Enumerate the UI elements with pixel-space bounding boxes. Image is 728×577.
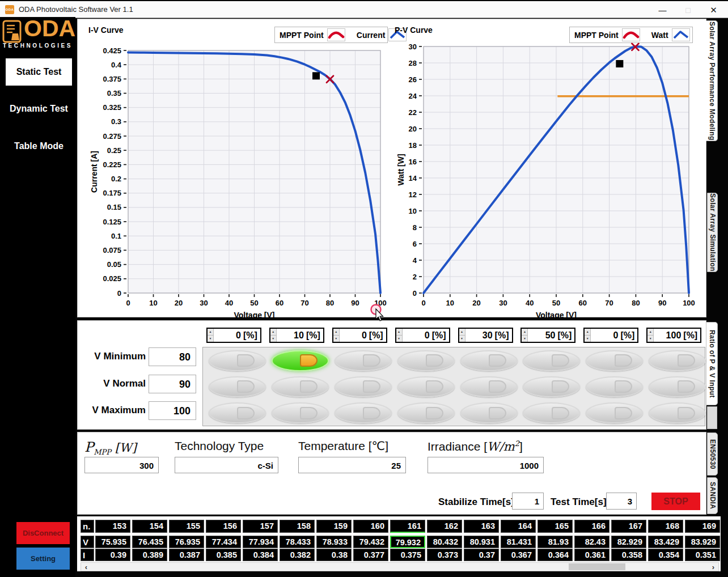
ratio-toggle-r3c3[interactable] bbox=[335, 402, 392, 423]
percent-value[interactable]: 50 bbox=[528, 330, 557, 341]
ratio-toggle-r1c2[interactable] bbox=[272, 350, 329, 371]
ratio-toggle-r3c2[interactable] bbox=[272, 402, 329, 423]
decrement-arrow-icon[interactable]: ▼ bbox=[585, 336, 590, 342]
decrement-arrow-icon[interactable]: ▼ bbox=[459, 336, 465, 342]
table-col-159: 15978.9330.38 bbox=[316, 520, 352, 561]
v-normal-input[interactable]: 90 bbox=[149, 375, 196, 393]
v-minimum-input[interactable]: 80 bbox=[149, 347, 196, 366]
logo-sub-text: TECHNOLOGIES bbox=[1, 43, 74, 49]
percent-spinner-4[interactable]: ▲▼0[%] bbox=[395, 328, 450, 343]
tab-sandia[interactable]: SANDIA bbox=[707, 477, 718, 514]
ratio-toggle-r1c1[interactable] bbox=[209, 350, 266, 371]
cell-i-169: 0.351 bbox=[685, 549, 720, 561]
ratio-toggle-r1c6[interactable] bbox=[523, 350, 580, 371]
ratio-toggle-r2c8[interactable] bbox=[649, 376, 706, 397]
percent-spinner-7[interactable]: ▲▼0[%] bbox=[583, 328, 638, 343]
temperature-input[interactable]: 25 bbox=[298, 457, 406, 473]
sidebar-item-dynamic-test[interactable]: Dynamic Test bbox=[6, 96, 72, 122]
sidebar-item-table-mode[interactable]: Table Mode bbox=[6, 133, 72, 159]
increment-arrow-icon[interactable]: ▲ bbox=[459, 329, 465, 336]
v-maximum-input[interactable]: 100 bbox=[149, 401, 196, 420]
svg-text:30: 30 bbox=[499, 299, 507, 307]
setting-button[interactable]: Setting bbox=[16, 548, 70, 570]
scroll-right-icon[interactable]: › bbox=[708, 563, 718, 571]
decrement-arrow-icon[interactable]: ▼ bbox=[208, 336, 213, 342]
percent-value[interactable]: 10 bbox=[277, 330, 306, 341]
tab-ratio-of-p-v-input[interactable]: Ratio of P & V Input bbox=[706, 322, 718, 405]
close-button[interactable]: ✕ bbox=[701, 2, 726, 18]
increment-arrow-icon[interactable]: ▲ bbox=[396, 329, 402, 336]
ratio-toggle-r2c6[interactable] bbox=[523, 376, 580, 397]
ratio-toggle-r3c6[interactable] bbox=[523, 402, 580, 423]
ratio-toggle-r3c4[interactable] bbox=[397, 402, 455, 423]
percent-value[interactable]: 0 bbox=[403, 330, 432, 341]
percent-value[interactable]: 0 bbox=[214, 330, 243, 341]
ratio-toggle-r2c1[interactable] bbox=[209, 376, 266, 397]
decrement-arrow-icon[interactable]: ▼ bbox=[647, 336, 653, 342]
scroll-left-icon[interactable]: ‹ bbox=[81, 563, 91, 571]
svg-text:0.15: 0.15 bbox=[107, 203, 121, 211]
increment-arrow-icon[interactable]: ▲ bbox=[333, 329, 339, 336]
tab-solar-array-simulation[interactable]: Solar Array Simulation bbox=[707, 193, 718, 272]
ratio-toggle-r2c2[interactable] bbox=[272, 376, 329, 397]
tab-en50530[interactable]: EN50530 bbox=[707, 432, 718, 476]
technology-type-input[interactable]: c-Si bbox=[175, 457, 278, 473]
cell-n-169: 169 bbox=[685, 520, 720, 533]
percent-spinner-8[interactable]: ▲▼100[%] bbox=[646, 328, 701, 343]
ratio-toggle-r3c1[interactable] bbox=[209, 402, 266, 423]
disconnect-button[interactable]: DisConnect bbox=[16, 522, 70, 544]
cell-n-164: 164 bbox=[501, 520, 536, 533]
ratio-toggle-r1c5[interactable] bbox=[460, 350, 518, 371]
decrement-arrow-icon[interactable]: ▼ bbox=[522, 336, 527, 342]
increment-arrow-icon[interactable]: ▲ bbox=[647, 329, 653, 336]
increment-arrow-icon[interactable]: ▲ bbox=[208, 329, 213, 336]
test-time-input[interactable]: 3 bbox=[606, 493, 637, 510]
percent-value[interactable]: 0 bbox=[340, 330, 369, 341]
decrement-arrow-icon[interactable]: ▼ bbox=[396, 336, 402, 342]
table-horizontal-scrollbar[interactable]: ‹ › bbox=[81, 562, 719, 571]
ratio-toggle-r3c8[interactable] bbox=[649, 402, 706, 423]
percent-value[interactable]: 100 bbox=[654, 330, 683, 341]
stabilize-time-input[interactable]: 1 bbox=[512, 493, 544, 510]
ratio-toggle-r1c4[interactable] bbox=[397, 350, 455, 371]
cell-i-165: 0.364 bbox=[537, 549, 573, 561]
pmpp-input[interactable]: 300 bbox=[84, 457, 159, 473]
ratio-toggle-r1c8[interactable] bbox=[649, 350, 706, 371]
ratio-toggle-r1c3[interactable] bbox=[335, 350, 392, 371]
percent-value[interactable]: 0 bbox=[591, 330, 620, 341]
percent-spinner-6[interactable]: ▲▼50[%] bbox=[520, 328, 575, 343]
toggle-knob bbox=[426, 407, 443, 419]
ratio-toggle-r2c5[interactable] bbox=[460, 376, 518, 397]
cell-i-166: 0.361 bbox=[574, 549, 610, 561]
decrement-arrow-icon[interactable]: ▼ bbox=[270, 336, 276, 342]
irradiance-input[interactable]: 1000 bbox=[428, 457, 544, 473]
increment-arrow-icon[interactable]: ▲ bbox=[522, 329, 527, 336]
percent-spinner-1[interactable]: ▲▼0[%] bbox=[206, 328, 261, 343]
ratio-toggle-r2c7[interactable] bbox=[586, 376, 643, 397]
ratio-toggle-r3c5[interactable] bbox=[460, 402, 518, 423]
stop-button[interactable]: STOP bbox=[651, 493, 700, 510]
decrement-arrow-icon[interactable]: ▼ bbox=[333, 336, 339, 342]
ratio-toggle-r2c3[interactable] bbox=[335, 376, 392, 397]
ratio-toggle-r1c7[interactable] bbox=[586, 350, 643, 371]
table-header-v: V bbox=[81, 536, 94, 548]
tab-solar-array-performance-modeling[interactable]: Solar Array Performance Modeling bbox=[706, 20, 718, 141]
percent-spinner-3[interactable]: ▲▼0[%] bbox=[332, 328, 387, 343]
cell-n-163: 163 bbox=[464, 520, 499, 533]
maximize-button[interactable]: □ bbox=[675, 2, 701, 18]
increment-arrow-icon[interactable]: ▲ bbox=[585, 329, 590, 336]
percent-spinner-5[interactable]: ▲▼30[%] bbox=[458, 328, 513, 343]
increment-arrow-icon[interactable]: ▲ bbox=[270, 329, 276, 336]
svg-text:100: 100 bbox=[374, 299, 387, 307]
toggle-knob bbox=[300, 354, 318, 367]
percent-value[interactable]: 30 bbox=[465, 330, 495, 341]
minimize-button[interactable]: — bbox=[650, 2, 675, 18]
scrollbar-thumb[interactable] bbox=[569, 563, 625, 570]
sidebar-item-static-test[interactable]: Static Test bbox=[6, 58, 72, 86]
percent-unit-label: [%] bbox=[620, 330, 637, 341]
ratio-toggle-r2c4[interactable] bbox=[397, 376, 455, 397]
ratio-toggle-r3c7[interactable] bbox=[586, 402, 643, 423]
cell-n-159: 159 bbox=[316, 520, 352, 533]
toggle-knob bbox=[300, 380, 318, 393]
percent-spinner-2[interactable]: ▲▼10[%] bbox=[269, 328, 324, 343]
